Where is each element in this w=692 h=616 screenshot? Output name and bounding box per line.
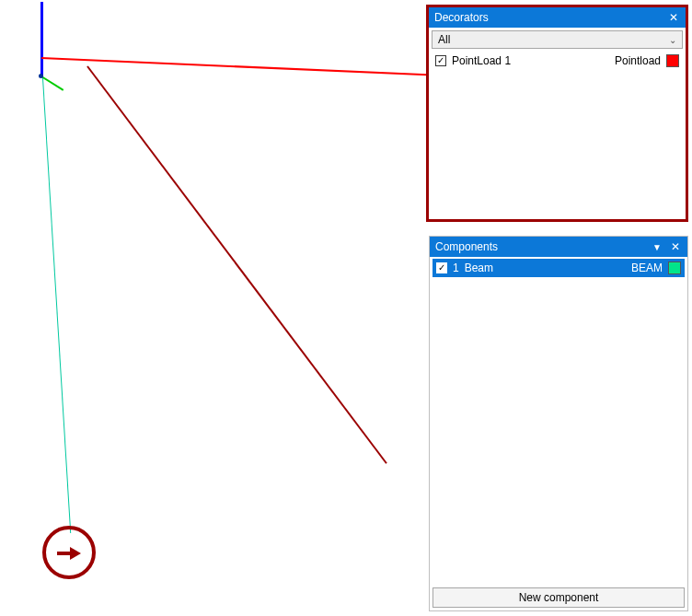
new-component-label: New component — [519, 591, 599, 604]
decorator-row[interactable]: ✓ PointLoad 1 Pointload — [432, 52, 683, 70]
components-title: Components — [435, 240, 651, 253]
new-component-button[interactable]: New component — [432, 587, 685, 608]
component-index: 1 — [453, 262, 459, 274]
decorators-filter-value: All — [438, 33, 450, 46]
axis-y — [40, 76, 63, 91]
component-row[interactable]: ✓ 1 Beam BEAM — [432, 259, 685, 277]
decorator-type-label: Pointload — [615, 54, 661, 67]
axis-z — [40, 2, 43, 77]
decorators-titlebar[interactable]: Decorators ✕ — [429, 7, 686, 28]
component-checkbox[interactable]: ✓ — [436, 262, 447, 273]
components-panel: Components ▼ ✕ ✓ 1 Beam BEAM New compone… — [429, 236, 688, 611]
decorator-checkbox[interactable]: ✓ — [435, 55, 446, 66]
close-icon[interactable]: ✕ — [667, 11, 680, 24]
component-color-swatch[interactable] — [668, 262, 681, 274]
components-list: ✓ 1 Beam BEAM — [432, 259, 685, 585]
axis-x — [41, 57, 428, 76]
annotation-callout-line — [86, 65, 387, 463]
components-titlebar[interactable]: Components ▼ ✕ — [430, 237, 687, 257]
beam-element[interactable] — [42, 78, 71, 533]
chevron-down-icon: ⌄ — [669, 35, 676, 45]
decorator-color-swatch[interactable] — [666, 54, 679, 67]
decorators-panel: Decorators ✕ All ⌄ ✓ PointLoad 1 Pointlo… — [426, 5, 688, 222]
decorators-list: ✓ PointLoad 1 Pointload — [432, 52, 683, 215]
decorators-filter-dropdown[interactable]: All ⌄ — [432, 30, 683, 49]
component-name: Beam — [465, 262, 626, 274]
panel-menu-caret-icon[interactable]: ▼ — [651, 242, 663, 252]
decorators-title: Decorators — [434, 11, 667, 24]
annotation-highlight-circle — [42, 526, 96, 579]
component-type-label: BEAM — [631, 262, 663, 274]
close-icon[interactable]: ✕ — [669, 240, 682, 253]
decorator-name: PointLoad 1 — [452, 54, 609, 67]
